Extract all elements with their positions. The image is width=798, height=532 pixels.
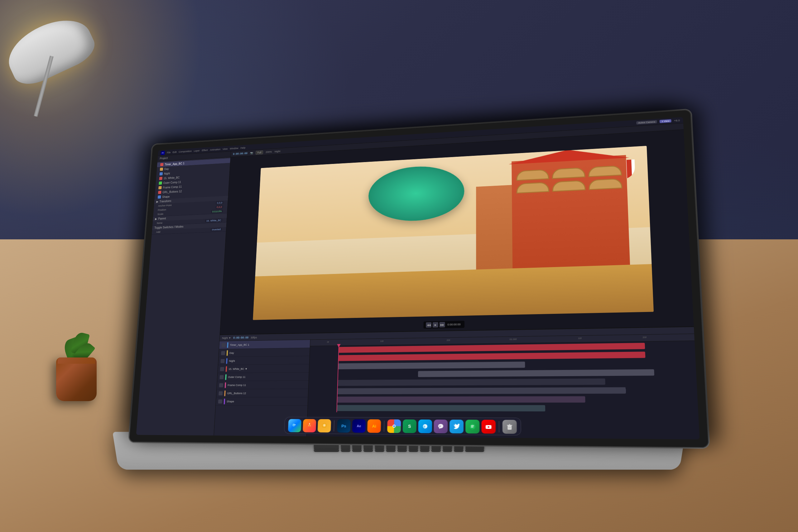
key-g[interactable]	[386, 444, 396, 451]
item-label: Outer Comp 11	[163, 180, 181, 184]
dock-icon-youtube[interactable]	[481, 420, 496, 434]
finder-icon	[291, 422, 298, 429]
anchor-value[interactable]: 0,0,0	[216, 201, 224, 205]
layer-name-night: Night	[229, 359, 307, 362]
ps-label: Ps	[341, 423, 346, 428]
ae-viewer: ◀◀ ▶ ▶▶ 0:00:00:00	[220, 130, 694, 335]
tl-layer-day[interactable]: Day	[218, 348, 309, 357]
prev-frame-btn[interactable]: ◀◀	[426, 322, 432, 327]
dock-icon-illustrator[interactable]: Ai	[367, 419, 381, 433]
laptop-screen-wrapper: Ae File Edit Composition Layer Effect An…	[129, 109, 709, 448]
track-row-shape	[308, 404, 698, 413]
layer-name-frame: Frame Comp 11	[228, 383, 306, 387]
dock-bar: Ps Ae Ai	[284, 417, 521, 435]
key-a[interactable]	[341, 444, 350, 451]
layer-name-outer: Outer Comp 11	[228, 375, 306, 378]
menu-composition[interactable]: Composition	[178, 150, 192, 153]
tl-layer-frame[interactable]: Frame Comp 11	[217, 381, 309, 390]
key-caps[interactable]	[314, 444, 339, 451]
dock-icon-chrome[interactable]	[387, 419, 401, 433]
menu-help[interactable]: Help	[240, 146, 245, 149]
track-bar-grl[interactable]	[337, 396, 585, 402]
ai-label: Ai	[372, 424, 376, 429]
quality-badge[interactable]: Full	[255, 150, 263, 154]
menu-animation[interactable]: Animation	[210, 148, 221, 151]
zoom-level: 200%	[266, 150, 272, 153]
comp-icon	[159, 177, 163, 180]
track-bar-frame[interactable]	[337, 387, 626, 394]
item-label: Shape	[162, 195, 170, 198]
layer-color	[225, 382, 226, 388]
dock-icon-sheets[interactable]: S	[402, 419, 416, 433]
menu-layer[interactable]: Layer	[194, 149, 200, 152]
menu-view[interactable]: View	[223, 147, 228, 150]
dock-icon-launchpad[interactable]	[303, 419, 316, 433]
key-s[interactable]	[352, 444, 362, 451]
active-camera-btn[interactable]: Active Camera	[636, 120, 657, 125]
key-f[interactable]	[375, 444, 384, 451]
skype-icon: S	[421, 423, 428, 430]
dock-icon-viber[interactable]: V	[434, 419, 448, 433]
vis-btn[interactable]	[221, 343, 225, 347]
layer-name-shape: Shape	[227, 400, 305, 403]
tl-layer-grl[interactable]: GRL_Buttons 12	[216, 389, 308, 397]
dock-icon-sketch[interactable]	[317, 419, 331, 433]
parent-value[interactable]: 15. White_BC	[205, 218, 222, 223]
dock-icon-aftereffects[interactable]: Ae	[352, 419, 366, 433]
layer-name-day: Day	[229, 350, 307, 354]
add-value[interactable]: Inverted	[211, 228, 222, 231]
vis-btn[interactable]	[220, 367, 224, 371]
svg-text:V: V	[439, 425, 441, 428]
folder-icon	[158, 186, 162, 189]
playback-timecode: 0:00:00:00	[446, 323, 462, 326]
tl-layer-white-bc[interactable]: 15. White_BC ▼	[217, 364, 309, 373]
project-panel-title: Project	[159, 157, 168, 160]
track-bar-shape[interactable]	[336, 405, 545, 412]
parent-label: Parent	[158, 217, 166, 220]
menu-file[interactable]: File	[167, 151, 171, 154]
vis-btn[interactable]	[221, 351, 225, 355]
one-view-btn[interactable]: 1 View	[660, 119, 671, 123]
track-bar-night[interactable]	[338, 362, 525, 369]
vis-btn[interactable]	[219, 383, 223, 387]
building-1	[512, 155, 630, 273]
next-frame-btn[interactable]: ▶▶	[439, 322, 445, 327]
tl-timecode: 0:00:00:00	[233, 336, 248, 339]
key-h[interactable]	[397, 444, 407, 451]
item-label: 15. White_BC	[164, 176, 180, 180]
layer-color	[226, 358, 228, 364]
comp-tab-label[interactable]: Night ▼	[222, 336, 231, 339]
dock-divider-1	[334, 420, 334, 431]
dock-divider-2	[384, 421, 384, 432]
transform-label: Transform	[159, 200, 171, 203]
vis-btn[interactable]	[220, 375, 224, 379]
tl-layer-shape[interactable]: Shape	[216, 397, 308, 406]
play-btn[interactable]: ▶	[433, 322, 438, 327]
dock-icon-spotify[interactable]	[466, 420, 479, 434]
switches-label: Toggle Switches / Modes	[154, 225, 184, 229]
menu-effect[interactable]: Effect	[202, 149, 208, 151]
tl-layer-outer[interactable]: Outer Comp 11	[217, 373, 309, 381]
tl-layer-timer[interactable]: Timer_App_BC 1	[219, 340, 310, 349]
chrome-icon	[391, 423, 397, 430]
menu-window[interactable]: Window	[230, 147, 239, 150]
dock-icon-skype[interactable]: S	[418, 419, 432, 433]
track-bar-outer[interactable]	[337, 378, 605, 386]
key-d[interactable]	[363, 444, 373, 451]
vis-btn[interactable]	[218, 399, 222, 403]
menu-edit[interactable]: Edit	[173, 151, 177, 153]
layer-color	[224, 390, 226, 396]
track-bar-white-bc[interactable]	[418, 369, 654, 377]
window-4	[516, 182, 549, 193]
svg-rect-13	[507, 425, 512, 426]
dock-icon-photoshop[interactable]: Ps	[337, 419, 351, 433]
tl-layer-night[interactable]: Night	[218, 356, 309, 365]
dock-icon-twitter[interactable]	[450, 419, 463, 433]
ground-strip	[253, 264, 654, 320]
vis-btn[interactable]	[218, 391, 223, 395]
position-value[interactable]: 0,0,0	[215, 205, 223, 209]
vis-btn[interactable]	[221, 359, 225, 363]
scale-value[interactable]: 0.0,0.0%	[211, 209, 223, 213]
dock-icon-finder[interactable]	[288, 419, 301, 432]
dock-icon-trash[interactable]	[502, 420, 517, 434]
